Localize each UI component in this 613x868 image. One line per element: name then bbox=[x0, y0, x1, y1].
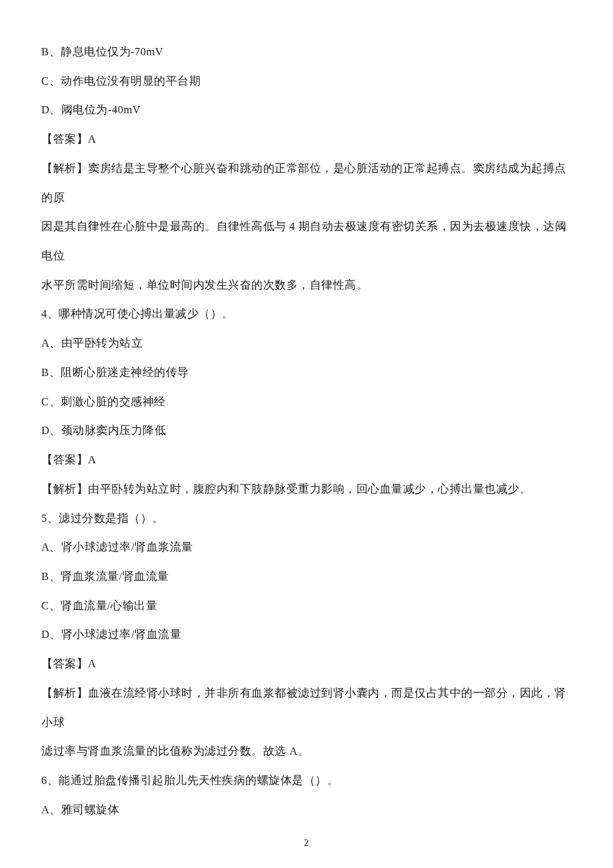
option-d: D、阈电位为-40mV bbox=[41, 95, 572, 125]
option-c: C、动作电位没有明显的平台期 bbox=[41, 67, 572, 96]
question-6: 6、能通过胎盘传播引起胎儿先天性疾病的螺旋体是（）。 bbox=[41, 766, 572, 795]
explanation-text: 因是其自律性在心脏中是最高的。自律性高低与 4 期自动去极速度有密切关系，因为去… bbox=[41, 212, 572, 270]
answer-label: 【答案】A bbox=[41, 125, 572, 154]
answer-label: 【答案】A bbox=[41, 649, 572, 679]
page-number: 2 bbox=[0, 838, 613, 848]
explanation-text: 【解析】由平卧转为站立时，腹腔内和下肢静脉受重力影响，回心血量减少，心搏出量也减… bbox=[41, 475, 572, 504]
document-page: B、静息电位仅为-70mV C、动作电位没有明显的平台期 D、阈电位为-40mV… bbox=[0, 0, 613, 868]
option-d: D、肾小球滤过率/肾血流量 bbox=[41, 620, 572, 649]
option-b: B、阻断心脏迷走神经的传导 bbox=[41, 358, 572, 387]
question-5: 5、滤过分数是指（）。 bbox=[41, 504, 572, 533]
option-a: A、雅司螺旋体 bbox=[41, 795, 572, 825]
option-b: B、静息电位仅为-70mV bbox=[41, 37, 572, 67]
option-d: D、颈动脉窦内压力降低 bbox=[41, 416, 572, 445]
option-c: C、肾血流量/心输出量 bbox=[41, 591, 572, 621]
option-c: C、刺激心脏的交感神经 bbox=[41, 387, 572, 417]
question-4: 4、哪种情况可使心搏出量减少（）。 bbox=[41, 299, 572, 329]
option-b: B、肾血浆流量/肾血流量 bbox=[41, 562, 572, 591]
option-a: A、由平卧转为站立 bbox=[41, 329, 572, 358]
explanation-text: 滤过率与肾血浆流量的比值称为滤过分数。故选 A。 bbox=[41, 737, 572, 766]
option-a: A、肾小球滤过率/肾血浆流量 bbox=[41, 533, 572, 562]
explanation-text: 【解析】血液在流经肾小球时，并非所有血浆都被滤过到肾小囊内，而是仅占其中的一部分… bbox=[41, 679, 572, 737]
explanation-text: 水平所需时间缩短，单位时间内发生兴奋的次数多，自律性高。 bbox=[41, 271, 572, 300]
explanation-text: 【解析】窦房结是主导整个心脏兴奋和跳动的正常部位，是心脏活动的正常起搏点。窦房结… bbox=[41, 154, 572, 212]
answer-label: 【答案】A bbox=[41, 445, 572, 475]
